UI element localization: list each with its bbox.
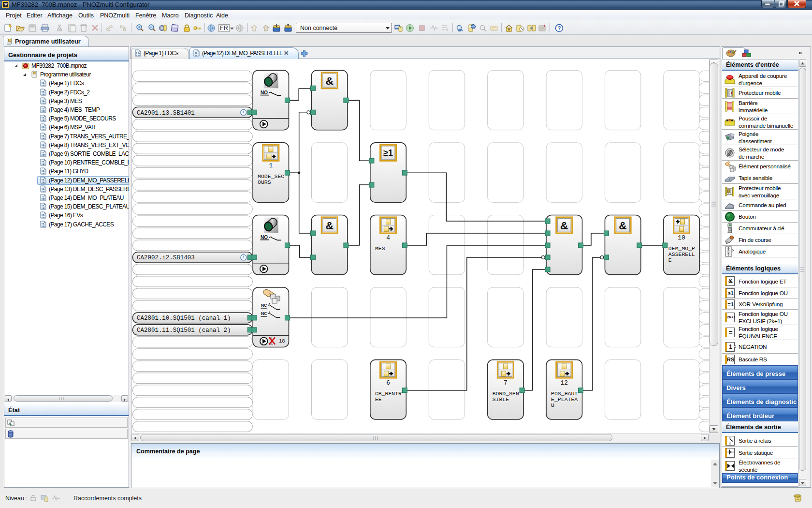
svg-text:6: 6 [386,379,390,387]
svg-text:NC: NC [261,311,267,316]
svg-text:12: 12 [560,379,568,387]
svg-text:18: 18 [279,338,285,344]
svg-text:CA2901.i3.SB1401: CA2901.i3.SB1401 [137,110,195,117]
svg-text:MES: MES [375,245,385,252]
svg-text:U: U [551,402,554,408]
svg-text:E: E [668,257,672,263]
svg-text:7: 7 [504,379,508,387]
svg-text:4: 4 [386,234,390,241]
svg-text:CA2801.i1.SQ1501 (canal 2): CA2801.i1.SQ1501 (canal 2) [137,327,231,334]
svg-text:&: & [325,219,334,232]
svg-text:E_PLATEA: E_PLATEA [551,396,578,403]
svg-text:NC: NC [261,303,267,308]
svg-text:&: & [325,75,334,87]
svg-text:1: 1 [269,162,273,169]
svg-text:CA2902.i2.SB1403: CA2902.i2.SB1403 [137,254,195,261]
svg-text:CA2801.i0.SQ1501 (canal 1): CA2801.i0.SQ1501 (canal 1) [137,315,231,322]
svg-text:OURS: OURS [258,179,271,185]
svg-text:NO: NO [261,235,268,240]
svg-text:NO: NO [261,90,268,95]
svg-text:&: & [560,219,568,232]
svg-text:&: & [619,219,627,232]
svg-text:EE: EE [375,396,382,403]
svg-text:≥1: ≥1 [383,148,393,158]
svg-text:SIBLE: SIBLE [493,396,509,403]
svg-text:ASSERELL: ASSERELL [668,251,695,257]
svg-text:10: 10 [678,234,685,241]
svg-text:?: ? [558,25,561,31]
